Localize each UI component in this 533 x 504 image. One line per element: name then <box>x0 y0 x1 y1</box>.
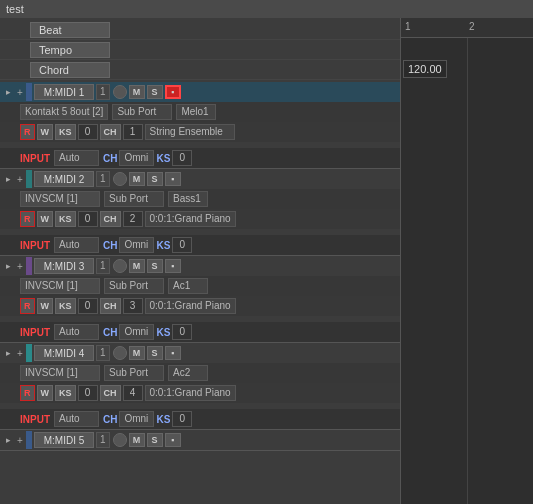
input-label-1: INPUT <box>20 153 50 164</box>
ch-label-4: CH <box>103 414 117 425</box>
solo-btn-1[interactable]: S <box>147 85 163 99</box>
ks-label-3: KS <box>156 327 170 338</box>
expand-btn-5[interactable]: ▸ <box>2 434 14 446</box>
ctrl-ks-2[interactable]: KS <box>55 211 76 227</box>
sub-name-3: INVSCM [1] <box>20 278 100 294</box>
ctrl-row-2: R W KS 0 CH 2 0:0:1:Grand Piano <box>0 209 400 229</box>
track-row-2: ▸ + M:MIDI 2 1 M S ▪ <box>0 169 400 189</box>
ctrl-instrument-4: 0:0:1:Grand Piano <box>145 385 236 401</box>
input-auto-1: Auto <box>54 150 99 166</box>
arrangement-content[interactable]: 120.00 <box>401 38 533 504</box>
mute-btn-1[interactable]: M <box>129 85 145 99</box>
track-name-btn-4[interactable]: M:MIDI 4 <box>34 345 94 361</box>
sub-row-2: INVSCM [1] Sub Port Bass1 <box>0 189 400 209</box>
plus-btn-2[interactable]: + <box>14 173 26 185</box>
ks-num-3: 0 <box>172 324 192 340</box>
chord-track: Chord <box>0 60 400 80</box>
track-color-5 <box>26 431 32 449</box>
record-btn-2[interactable] <box>113 172 127 186</box>
plus-btn-1[interactable]: + <box>14 86 26 98</box>
active-btn-3[interactable]: ▪ <box>165 259 181 273</box>
plus-btn-4[interactable]: + <box>14 347 26 359</box>
tempo-display: 120.00 <box>403 60 447 78</box>
plus-btn-5[interactable]: + <box>14 434 26 446</box>
solo-btn-2[interactable]: S <box>147 172 163 186</box>
track-group-5: ▸ + M:MIDI 5 1 M S ▪ <box>0 430 400 451</box>
ctrl-r-1[interactable]: R <box>20 124 35 140</box>
ruler-mark-2: 2 <box>469 21 475 32</box>
track-group-4: ▸ + M:MIDI 4 1 M S ▪ INVSCM [1] Sub Port… <box>0 343 400 430</box>
expand-btn-4[interactable]: ▸ <box>2 347 14 359</box>
input-row-4: INPUT Auto CH Omni KS 0 <box>0 409 400 429</box>
omni-val-4: Omni <box>119 411 154 427</box>
chord-label: Chord <box>30 62 110 78</box>
expand-btn-3[interactable]: ▸ <box>2 260 14 272</box>
track-row-5: ▸ + M:MIDI 5 1 M S ▪ <box>0 430 400 450</box>
expand-btn-2[interactable]: ▸ <box>2 173 14 185</box>
ctrl-ks-num-3: 0 <box>78 298 98 314</box>
track-name-btn-3[interactable]: M:MIDI 3 <box>34 258 94 274</box>
solo-btn-4[interactable]: S <box>147 346 163 360</box>
input-auto-3: Auto <box>54 324 99 340</box>
active-btn-2[interactable]: ▪ <box>165 172 181 186</box>
ctrl-ks-num-4: 0 <box>78 385 98 401</box>
track-name-btn-5[interactable]: M:MIDI 5 <box>34 432 94 448</box>
ctrl-ks-num-2: 0 <box>78 211 98 227</box>
ctrl-r-4[interactable]: R <box>20 385 35 401</box>
ctrl-w-3[interactable]: W <box>37 298 54 314</box>
sub-row-3: INVSCM [1] Sub Port Ac1 <box>0 276 400 296</box>
ctrl-ks-1[interactable]: KS <box>55 124 76 140</box>
track-name-btn-1[interactable]: M:MIDI 1 <box>34 84 94 100</box>
record-btn-4[interactable] <box>113 346 127 360</box>
ctrl-ch-num-4: 4 <box>123 385 143 401</box>
track-group-2: ▸ + M:MIDI 2 1 M S ▪ INVSCM [1] Sub Port… <box>0 169 400 256</box>
track-row-3: ▸ + M:MIDI 3 1 M S ▪ <box>0 256 400 276</box>
omni-val-1: Omni <box>119 150 154 166</box>
active-btn-4[interactable]: ▪ <box>165 346 181 360</box>
ctrl-ks-3[interactable]: KS <box>55 298 76 314</box>
ctrl-r-2[interactable]: R <box>20 211 35 227</box>
input-row-1: INPUT Auto CH Omni KS 0 <box>0 148 400 168</box>
active-btn-5[interactable]: ▪ <box>165 433 181 447</box>
grid-line-1 <box>467 38 468 504</box>
plus-btn-3[interactable]: + <box>14 260 26 272</box>
active-btn-1[interactable]: ▪ <box>165 85 181 99</box>
mute-btn-3[interactable]: M <box>129 259 145 273</box>
ctrl-ch-num-2: 2 <box>123 211 143 227</box>
sub-name-4: INVSCM [1] <box>20 365 100 381</box>
ch-label-2: CH <box>103 240 117 251</box>
ctrl-ch-2[interactable]: CH <box>100 211 121 227</box>
track-num-2: 1 <box>96 171 110 187</box>
sub-name-2: INVSCM [1] <box>20 191 100 207</box>
ctrl-w-4[interactable]: W <box>37 385 54 401</box>
ruler-mark-1: 1 <box>405 21 411 32</box>
ks-num-1: 0 <box>172 150 192 166</box>
record-btn-5[interactable] <box>113 433 127 447</box>
ch-label-3: CH <box>103 327 117 338</box>
sub-name-1: Kontakt 5 8out [2] <box>20 104 108 120</box>
input-row-2: INPUT Auto CH Omni KS 0 <box>0 235 400 255</box>
title-text: test <box>6 3 24 15</box>
record-btn-3[interactable] <box>113 259 127 273</box>
input-auto-4: Auto <box>54 411 99 427</box>
solo-btn-5[interactable]: S <box>147 433 163 447</box>
track-row-4: ▸ + M:MIDI 4 1 M S ▪ <box>0 343 400 363</box>
track-name-btn-2[interactable]: M:MIDI 2 <box>34 171 94 187</box>
solo-btn-3[interactable]: S <box>147 259 163 273</box>
sub-label-3: Ac1 <box>168 278 208 294</box>
sub-label-2: Bass1 <box>168 191 208 207</box>
ctrl-w-1[interactable]: W <box>37 124 54 140</box>
ks-label-2: KS <box>156 240 170 251</box>
ctrl-ch-4[interactable]: CH <box>100 385 121 401</box>
ctrl-w-2[interactable]: W <box>37 211 54 227</box>
expand-btn-1[interactable]: ▸ <box>2 86 14 98</box>
ctrl-ch-3[interactable]: CH <box>100 298 121 314</box>
track-panel: Beat Tempo Chord ▸ + M:MIDI 1 1 M S ▪ <box>0 18 400 504</box>
mute-btn-5[interactable]: M <box>129 433 145 447</box>
ctrl-ch-1[interactable]: CH <box>100 124 121 140</box>
record-btn-1[interactable] <box>113 85 127 99</box>
ctrl-r-3[interactable]: R <box>20 298 35 314</box>
mute-btn-2[interactable]: M <box>129 172 145 186</box>
mute-btn-4[interactable]: M <box>129 346 145 360</box>
ctrl-ks-4[interactable]: KS <box>55 385 76 401</box>
